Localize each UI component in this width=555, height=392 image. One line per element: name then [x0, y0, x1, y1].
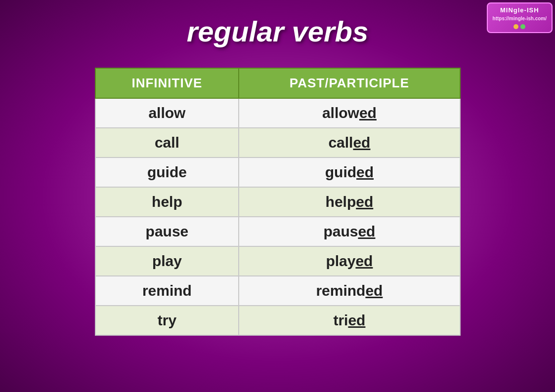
- logo-brand: MINgle-ISH: [500, 6, 539, 14]
- cell-infinitive: try: [95, 306, 239, 335]
- cell-past: played: [239, 246, 460, 276]
- cell-infinitive: guide: [95, 157, 239, 187]
- table-row: trytried: [95, 306, 460, 335]
- cell-infinitive: remind: [95, 276, 239, 306]
- cell-past: allowed: [239, 98, 460, 128]
- verbs-table: INFINITIVE PAST/PARTICIPLE allowallowedc…: [95, 68, 461, 336]
- table-header-row: INFINITIVE PAST/PARTICIPLE: [95, 68, 460, 98]
- cell-infinitive: help: [95, 187, 239, 217]
- cell-infinitive: play: [95, 246, 239, 276]
- table-wrapper: INFINITIVE PAST/PARTICIPLE allowallowedc…: [95, 68, 461, 336]
- past-suffix: ed: [358, 223, 375, 239]
- logo-badge: MINgle-ISH https://mingle-ish.com/: [487, 2, 553, 33]
- table-row: guideguided: [95, 157, 460, 187]
- table-row: allowallowed: [95, 98, 460, 128]
- cell-past: called: [239, 128, 460, 157]
- table-row: pausepaused: [95, 217, 460, 246]
- dot-yellow-icon: [513, 24, 518, 29]
- past-suffix: ed: [356, 164, 374, 180]
- past-suffix: ed: [355, 253, 373, 269]
- cell-infinitive: call: [95, 128, 239, 157]
- cell-past: guided: [239, 157, 460, 187]
- table-row: playplayed: [95, 246, 460, 276]
- table-row: callcalled: [95, 128, 460, 157]
- table-row: helphelped: [95, 187, 460, 217]
- past-suffix: ed: [359, 105, 377, 121]
- cell-past: paused: [239, 217, 460, 246]
- table-row: remindreminded: [95, 276, 460, 306]
- logo-url: https://mingle-ish.com/: [493, 16, 547, 21]
- cell-infinitive: allow: [95, 98, 239, 128]
- past-suffix: ed: [356, 194, 373, 210]
- cell-infinitive: pause: [95, 217, 239, 246]
- header-infinitive: INFINITIVE: [95, 68, 239, 98]
- dot-green-icon: [520, 24, 525, 29]
- past-suffix: ed: [365, 282, 383, 299]
- page-title: regular verbs: [187, 15, 369, 48]
- header-past: PAST/PARTICIPLE: [239, 68, 460, 98]
- past-suffix: ed: [353, 134, 370, 151]
- cell-past: helped: [239, 187, 460, 217]
- past-suffix: ed: [348, 312, 365, 328]
- cell-past: reminded: [239, 276, 460, 306]
- cell-past: tried: [239, 306, 460, 335]
